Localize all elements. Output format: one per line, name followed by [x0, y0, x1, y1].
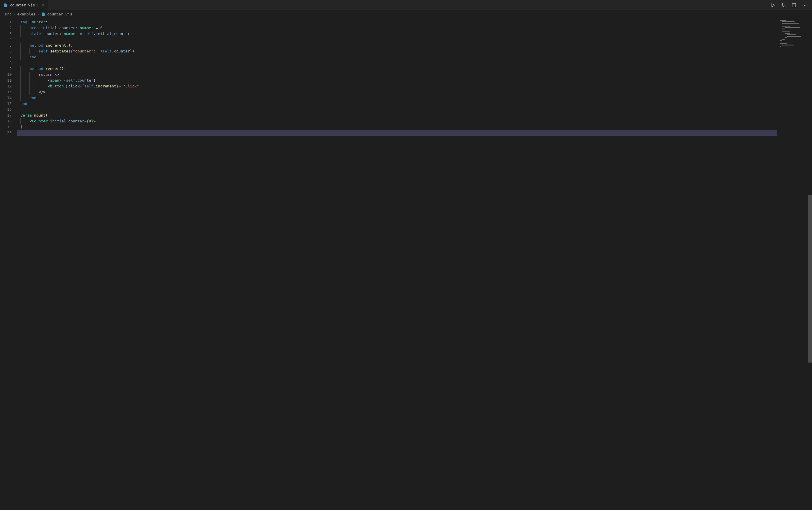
breadcrumb-part[interactable]: src — [5, 12, 11, 16]
minimap-row — [780, 36, 809, 37]
code-line[interactable]: self.setState({"counter": ++self.counter… — [17, 49, 777, 54]
file-icon — [3, 3, 7, 7]
line-number: 9 — [0, 66, 17, 72]
split-editor-icon[interactable] — [791, 2, 797, 8]
minimap[interactable] — [777, 18, 812, 510]
line-number: 16 — [0, 107, 17, 113]
minimap-row — [780, 31, 809, 32]
code-line[interactable]: method increment(): — [17, 42, 777, 49]
minimap-row — [780, 46, 809, 47]
diff-icon[interactable] — [781, 2, 786, 8]
code-line[interactable]: tag Counter: — [17, 19, 777, 25]
minimap-row — [780, 37, 809, 38]
code-line[interactable] — [17, 130, 777, 136]
editor[interactable]: 1234567891011121314151617181920 tag Coun… — [0, 18, 812, 510]
tab-modified-indicator: U — [37, 3, 39, 7]
breadcrumb-separator-icon: › — [37, 12, 40, 16]
minimap-row — [780, 23, 809, 24]
code-line[interactable]: <button @click={self.increment}> "Click" — [17, 83, 777, 89]
line-number: 1 — [0, 19, 17, 25]
tab-actions — [770, 2, 812, 8]
breadcrumb[interactable]: src › examples › counter.vjs — [0, 10, 812, 18]
line-number: 2 — [0, 25, 17, 31]
svg-point-5 — [804, 5, 805, 5]
minimap-row — [780, 30, 809, 31]
code-line[interactable] — [17, 60, 777, 66]
line-number: 10 — [0, 72, 17, 78]
minimap-row — [780, 42, 809, 42]
code-line[interactable]: ) — [17, 124, 777, 130]
line-number: 5 — [0, 42, 17, 49]
line-number: 18 — [0, 118, 17, 124]
svg-point-6 — [806, 5, 807, 5]
breadcrumb-part[interactable]: counter.vjs — [41, 12, 72, 16]
line-number: 14 — [0, 95, 17, 101]
code-line[interactable]: <span> {self.counter} — [17, 78, 777, 83]
minimap-thumb[interactable] — [808, 195, 812, 363]
file-icon — [41, 12, 46, 16]
line-number: 20 — [0, 130, 17, 136]
line-number: 11 — [0, 78, 17, 83]
svg-point-4 — [803, 5, 804, 5]
minimap-row — [780, 33, 809, 34]
code-line[interactable]: end — [17, 54, 777, 60]
svg-point-0 — [782, 3, 783, 5]
code-line[interactable]: end — [17, 101, 777, 107]
svg-point-1 — [784, 6, 785, 7]
line-number: 12 — [0, 83, 17, 89]
code-line[interactable]: method render(): — [17, 66, 777, 72]
line-number: 8 — [0, 60, 17, 66]
code-line[interactable] — [17, 107, 777, 113]
tab-bar: counter.vjs U × — [0, 0, 812, 10]
tab-active[interactable]: counter.vjs U × — [0, 0, 48, 10]
line-number: 4 — [0, 37, 17, 42]
minimap-row — [780, 24, 809, 25]
code-line[interactable]: state counter: number = self.initial_cou… — [17, 31, 777, 37]
code-line[interactable]: prop initial_counter: number = 0 — [17, 25, 777, 31]
line-number: 15 — [0, 101, 17, 107]
line-number: 19 — [0, 124, 17, 130]
minimap-row — [780, 26, 809, 27]
minimap-row — [780, 29, 809, 29]
close-icon[interactable]: × — [42, 3, 44, 7]
more-actions-icon[interactable] — [802, 2, 807, 8]
minimap-scrollbar[interactable] — [808, 18, 812, 510]
line-number: 13 — [0, 89, 17, 95]
tab-filename: counter.vjs — [10, 3, 35, 7]
line-number: 3 — [0, 31, 17, 37]
minimap-row — [780, 20, 809, 21]
code-line[interactable]: return <> — [17, 72, 777, 78]
code-line[interactable]: Versa.mount( — [17, 113, 777, 118]
minimap-row — [780, 43, 809, 44]
line-number: 7 — [0, 54, 17, 60]
breadcrumb-part[interactable]: examples — [17, 12, 35, 16]
line-number: 6 — [0, 49, 17, 54]
run-icon[interactable] — [770, 2, 776, 8]
minimap-row — [780, 34, 809, 35]
minimap-row — [780, 40, 809, 41]
line-number: 17 — [0, 113, 17, 118]
code-area[interactable]: tag Counter:prop initial_counter: number… — [17, 18, 777, 510]
minimap-row — [780, 44, 809, 46]
line-number-gutter: 1234567891011121314151617181920 — [0, 18, 17, 510]
minimap-row — [780, 27, 809, 28]
code-line[interactable]: <Counter initial_counter={0}> — [17, 118, 777, 124]
minimap-row — [780, 39, 809, 40]
minimap-row — [780, 21, 809, 22]
code-line[interactable]: </> — [17, 89, 777, 95]
code-line[interactable] — [17, 37, 777, 42]
code-line[interactable]: end — [17, 95, 777, 101]
breadcrumb-separator-icon: › — [13, 12, 16, 16]
